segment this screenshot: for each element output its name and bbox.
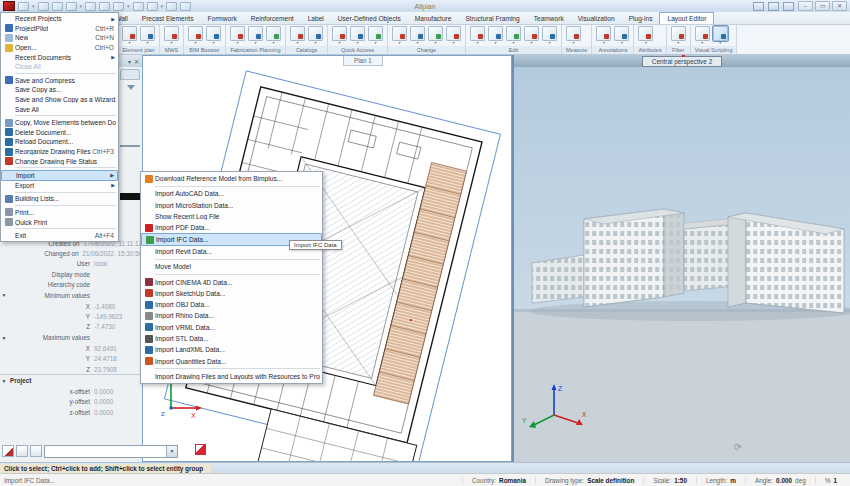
menu-item-exit[interactable]: ExitAlt+F4 <box>1 231 118 241</box>
submenu-item-import-rhino-data[interactable]: Import Rhino Data... <box>141 310 322 321</box>
tool-icon[interactable]: ▾ <box>671 26 686 45</box>
tab-precast-elements[interactable]: Precast Elements <box>135 12 201 24</box>
tool-icon[interactable]: ▾ <box>248 26 263 45</box>
actionbar-icon[interactable] <box>133 2 144 11</box>
chevron-down-icon[interactable]: ▾ <box>374 41 376 45</box>
tab-plug-ins[interactable]: Plug-ins <box>622 12 660 24</box>
chevron-down-icon[interactable]: ▾ <box>338 41 340 45</box>
status-field-[interactable]: %1 <box>815 477 846 484</box>
menu-item-reload-document[interactable]: Reload Document... <box>1 137 118 147</box>
tab-formwork[interactable]: Formwork <box>200 12 243 24</box>
chevron-down-icon[interactable]: ▾ <box>146 41 148 45</box>
chevron-down-icon[interactable]: ▾ <box>434 41 436 45</box>
tab-structural-framing[interactable]: Structural Framing <box>458 12 526 24</box>
menu-item-save-copy-as[interactable]: Save Copy as... <box>1 85 118 95</box>
close-button[interactable]: ✕ <box>832 1 847 11</box>
menu-item-quick-print[interactable]: Quick Print <box>1 217 118 227</box>
tool-icon[interactable]: ▾ <box>308 26 323 45</box>
status-field-country[interactable]: Country:Romania <box>462 477 535 484</box>
viewport-perspective-label[interactable]: Central perspective 2 <box>642 56 722 67</box>
tab-manufacture[interactable]: Manufacture <box>408 12 459 24</box>
submenu-item-import-obj-data[interactable]: Import OBJ Data... <box>141 299 322 310</box>
menu-item-save-and-compress[interactable]: Save and Compress <box>1 76 118 86</box>
menu-item-save-all[interactable]: Save All <box>1 104 118 114</box>
chevron-down-icon[interactable]: ▾ <box>701 41 703 45</box>
palette-icon[interactable] <box>147 2 158 11</box>
menu-item-recent-projects[interactable]: Recent Projects▶ <box>1 14 118 24</box>
status-field-angle[interactable]: Angle:0.000deg <box>745 477 815 484</box>
chevron-down-icon[interactable]: ▾ <box>621 41 623 45</box>
tab-layout-editor[interactable]: Layout Editor <box>659 12 714 24</box>
undo-icon[interactable] <box>99 2 110 11</box>
submenu-item-import-sketchup-data[interactable]: Import SketchUp Data... <box>141 288 322 299</box>
chevron-down-icon[interactable]: ▾ <box>296 41 298 45</box>
close-icon[interactable]: ✕ <box>134 58 139 65</box>
tab-user-defined-objects[interactable]: User-Defined Objects <box>331 12 408 24</box>
bimplus-icon[interactable] <box>753 2 764 11</box>
match-properties-icon[interactable] <box>16 445 28 457</box>
tool-icon[interactable]: ▾ <box>188 26 203 45</box>
tool-icon[interactable]: ▾ <box>566 26 581 45</box>
transfer-properties-icon[interactable] <box>30 445 42 457</box>
tool-icon[interactable]: ▾ <box>596 26 611 45</box>
help-icon[interactable] <box>783 2 794 11</box>
tool-icon[interactable]: ▾ <box>392 26 407 45</box>
tool-icon[interactable]: ▾ <box>164 26 179 45</box>
submenu-item-import-landxml-data[interactable]: Import LandXML Data... <box>141 344 322 355</box>
submenu-item-import-cinema-4d-data[interactable]: Import CINEMA 4D Data... <box>141 276 322 287</box>
minimize-button[interactable]: – <box>798 1 813 11</box>
menu-item-recent-documents[interactable]: Recent Documents▶ <box>1 52 118 62</box>
chevron-down-icon[interactable]: ▾ <box>603 41 605 45</box>
copy-icon[interactable] <box>85 2 96 11</box>
chevron-down-icon[interactable]: ▾ <box>170 41 172 45</box>
chevron-down-icon[interactable]: ▾ <box>80 3 83 9</box>
tool-icon[interactable]: ▾ <box>140 26 155 45</box>
restore-button[interactable]: ▭ <box>815 1 830 11</box>
menu-item-save-and-show-copy-as-a-wizard[interactable]: Save and Show Copy as a Wizard... <box>1 95 118 105</box>
wizard-icon[interactable] <box>166 2 177 11</box>
open-icon[interactable] <box>18 2 29 11</box>
tool-icon[interactable]: ▾ <box>506 26 521 45</box>
chevron-down-icon[interactable]: ▾ <box>128 41 130 45</box>
submenu-item-download-reference-model-from-bimplus[interactable]: Download Reference Model from Bimplus... <box>141 173 322 184</box>
submenu-item-show-recent-log-file[interactable]: Show Recent Log File <box>141 211 322 222</box>
pin-icon[interactable]: ▾ <box>128 58 131 65</box>
chevron-down-icon[interactable]: ▾ <box>236 41 238 45</box>
viewport-perspective-header[interactable]: Central perspective 2 <box>514 55 850 67</box>
tool-icon[interactable]: ▾ <box>470 26 485 45</box>
tool-icon[interactable]: ▾ <box>488 26 503 45</box>
chevron-down-icon[interactable]: ▾ <box>548 41 550 45</box>
chevron-down-icon[interactable]: ▼ <box>166 446 177 457</box>
status-field-scale[interactable]: Scale:1:50 <box>643 477 696 484</box>
chevron-down-icon[interactable]: ▾ <box>254 41 256 45</box>
menu-item-export[interactable]: Export▶ <box>1 181 118 191</box>
project-settings-icon[interactable] <box>52 2 63 11</box>
submenu-item-import-pdf-data[interactable]: Import PDF Data... <box>141 222 322 233</box>
chevron-down-icon[interactable]: ▾ <box>494 41 496 45</box>
tool-icon[interactable]: ▾ <box>524 26 539 45</box>
print-icon[interactable] <box>66 2 77 11</box>
tool-icon[interactable]: ▾ <box>206 26 221 45</box>
tool-icon[interactable]: ▾ <box>446 26 461 45</box>
tab-label[interactable]: Label <box>301 12 331 24</box>
chevron-down-icon[interactable]: ▾ <box>161 3 164 9</box>
submenu-item-import-quantities-data[interactable]: Import Quantities Data... <box>141 355 322 366</box>
submenu-item-import-microstation-data[interactable]: Import MicroStation Data... <box>141 200 322 211</box>
shop-icon[interactable] <box>768 2 779 11</box>
tool-icon[interactable]: ▾ <box>614 26 629 45</box>
tool-icon[interactable]: ▾ <box>542 26 557 45</box>
tool-icon[interactable]: ▾ <box>230 26 245 45</box>
property-section-project[interactable]: ▼Project <box>0 374 142 386</box>
collapse-arrow-icon[interactable]: ▼ <box>0 378 8 384</box>
menu-item-change-drawing-file-status[interactable]: Change Drawing File Status <box>1 156 118 166</box>
property-section-maximum-values[interactable]: ▼Maximum values <box>0 332 142 343</box>
tab-teamwork[interactable]: Teamwork <box>527 12 571 24</box>
tool-icon[interactable]: ▾ <box>368 26 383 45</box>
tool-icon[interactable]: ▾ <box>350 26 365 45</box>
tool-icon[interactable]: ▾ <box>266 26 281 45</box>
allplan-logo-icon[interactable] <box>3 1 15 11</box>
chevron-down-icon[interactable]: ▾ <box>476 41 478 45</box>
chevron-down-icon[interactable]: ▾ <box>32 3 35 9</box>
status-field-length[interactable]: Length:m <box>696 477 745 484</box>
refresh-view-icon[interactable]: ⟳ <box>734 443 742 452</box>
